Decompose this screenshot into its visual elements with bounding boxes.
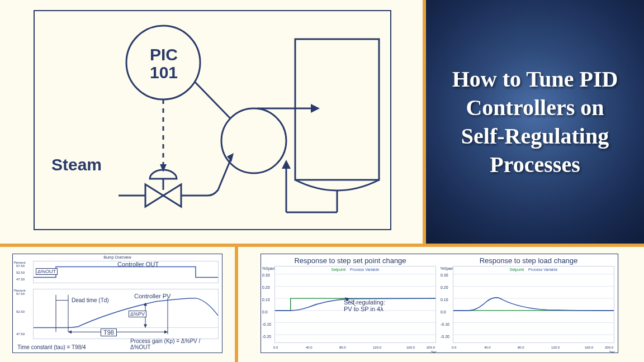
- ytick: 0.10: [441, 298, 448, 302]
- ytick: 0.20: [262, 285, 270, 289]
- ytick: 47.50: [16, 332, 25, 336]
- resp-legend: Setpoint Process Variable: [453, 268, 614, 272]
- self-regulating-note: Self-regulating: PV to SP in 4λ: [344, 299, 385, 312]
- title-card: How to Tune PID Controllers on Self-Regu…: [426, 0, 644, 244]
- x-unit: Sec: [609, 350, 615, 354]
- svg-marker-26: [144, 325, 147, 328]
- t98-label: T98: [101, 328, 117, 336]
- y-label: %Span: [441, 266, 453, 270]
- slide-title: How to Tune PID Controllers on Self-Regu…: [442, 65, 628, 179]
- svg-marker-15: [282, 160, 291, 169]
- footer-kp: Process gain (Kp) = Δ%PV / Δ%OUT: [130, 338, 222, 350]
- svg-marker-10: [311, 104, 320, 113]
- bump-chart-pv: Dead time (Td) Controller PV T98 Δ%PV: [33, 289, 219, 339]
- ytick: -0.10: [441, 322, 449, 326]
- delta-out-label: Δ%OUT: [36, 268, 58, 275]
- resp-load-chart: Setpoint Process Variable: [453, 266, 614, 343]
- legend-pv: Process Variable: [350, 268, 379, 272]
- svg-marker-22: [164, 330, 168, 334]
- bump-pv-svg: [34, 289, 218, 339]
- xtick: 120.0: [373, 346, 381, 349]
- legend-sp: Setpoint: [332, 268, 346, 272]
- ytick: 0.10: [262, 298, 270, 302]
- bump-pv-label: Controller PV: [134, 293, 171, 299]
- bump-overview-panel: Bump Overview Percent 57.50 52.50 47.50 …: [0, 247, 235, 362]
- resp-legend: Setpoint Process Variable: [275, 268, 435, 272]
- bump-title: Bump Overview: [13, 255, 222, 259]
- bump-chart-out: Controller OUT Δ%OUT: [33, 261, 219, 283]
- response-setpoint-half: Response to step set point change %Span …: [261, 254, 439, 353]
- response-panel: Response to step set point change %Span …: [261, 254, 618, 353]
- ytick: 57.50: [16, 292, 25, 296]
- ytick: 47.50: [16, 278, 25, 281]
- ytick: 52.50: [16, 310, 25, 313]
- response-load-half: Response to step load change %Span 0.30 …: [439, 254, 618, 353]
- controller-tag: PIC 101: [139, 46, 189, 81]
- svg-marker-2: [160, 164, 167, 172]
- ytick: 0.30: [441, 273, 448, 277]
- resp-right-title: Response to step load change: [443, 256, 614, 265]
- y-label: %Span: [262, 266, 275, 270]
- xtick: 80.0: [339, 346, 346, 349]
- resp-left-title: Response to step set point change: [264, 256, 436, 265]
- bump-out-label: Controller OUT: [117, 261, 159, 268]
- xtick: 200.0: [427, 346, 435, 349]
- pid-diagram: PIC 101 Steam: [34, 10, 391, 230]
- steam-label: Steam: [51, 155, 102, 174]
- ytick: 52.50: [16, 271, 25, 274]
- xtick: 200.0: [605, 346, 613, 349]
- svg-rect-11: [295, 39, 379, 180]
- ytick: -0.20: [441, 335, 449, 339]
- ytick: 0.20: [441, 285, 448, 289]
- response-panel-container: Response to step set point change %Span …: [238, 247, 644, 362]
- legend-pv: Process Variable: [528, 268, 557, 272]
- x-unit: Sec: [431, 350, 437, 354]
- svg-line-8: [195, 82, 230, 118]
- ytick: 0.30: [262, 273, 270, 277]
- ytick: 0.0: [262, 310, 268, 314]
- dead-time-text: Dead time (Td): [72, 297, 109, 303]
- self-regulating-text: Self-regulating: PV to SP in 4λ: [344, 299, 385, 312]
- dead-time-label: Dead time (Td): [72, 297, 109, 303]
- footer-tau: Time constant (tau) = T98/4: [17, 344, 86, 350]
- xtick: 0.0: [273, 346, 278, 349]
- xtick: 0.0: [452, 346, 456, 349]
- legend-sp: Setpoint: [510, 268, 524, 272]
- ytick: -0.20: [262, 335, 271, 339]
- controller-tag-text: PIC 101: [150, 45, 178, 82]
- bump-overview: Bump Overview Percent 57.50 52.50 47.50 …: [12, 254, 222, 353]
- xtick: 80.0: [518, 346, 524, 349]
- xtick: 120.0: [551, 346, 560, 349]
- ytick: -0.10: [262, 322, 271, 326]
- xtick: 160.0: [406, 346, 415, 349]
- svg-point-7: [221, 108, 286, 173]
- ytick: 0.0: [441, 310, 446, 314]
- resp-load-svg: [453, 266, 614, 342]
- xtick: 40.0: [484, 346, 491, 349]
- xtick: 160.0: [585, 346, 593, 349]
- ytick: 57.50: [16, 264, 25, 268]
- xtick: 40.0: [306, 346, 312, 349]
- pid-diagram-panel: PIC 101 Steam: [0, 0, 423, 244]
- svg-marker-21: [68, 330, 72, 334]
- pid-svg: [35, 11, 392, 231]
- delta-pv-label: Δ%PV: [129, 311, 146, 317]
